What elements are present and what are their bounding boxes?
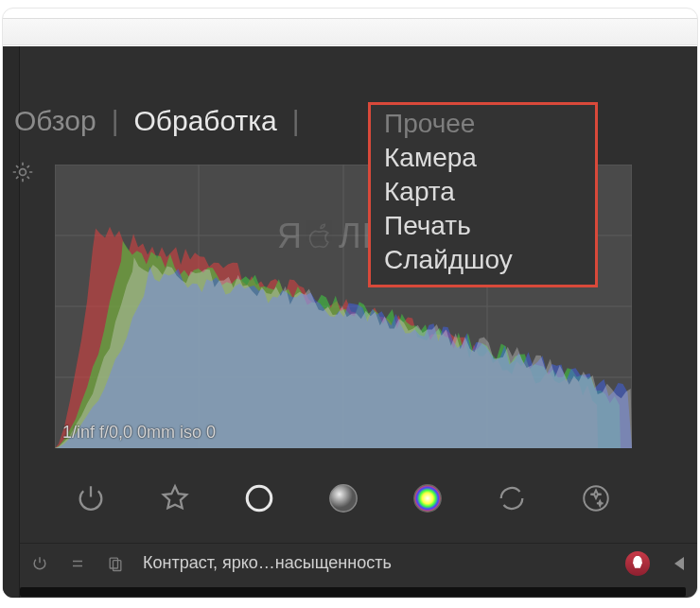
- app-dark-area: Обзор | Обработка |: [3, 46, 697, 599]
- dropdown-item-camera[interactable]: Камера: [371, 141, 595, 175]
- adjustment-title: Контраст, ярко…насыщенность: [143, 553, 392, 573]
- tab-separator: |: [112, 105, 119, 137]
- svg-point-13: [414, 485, 441, 512]
- exposure-icon[interactable]: [240, 479, 278, 517]
- mode-tabs: Обзор | Обработка |: [14, 105, 300, 137]
- copy-icon[interactable]: [105, 553, 126, 574]
- effects-icon[interactable]: [577, 479, 615, 517]
- tab-processing[interactable]: Обработка: [133, 105, 276, 137]
- refresh-icon[interactable]: [493, 479, 531, 517]
- dropdown-item-print[interactable]: Печать: [371, 209, 595, 243]
- svg-point-11: [247, 486, 271, 511]
- window-titlebar: [3, 19, 697, 45]
- svg-point-12: [330, 485, 357, 512]
- tab-overview[interactable]: Обзор: [14, 105, 96, 137]
- dropdown-header[interactable]: Прочее: [371, 107, 595, 141]
- svg-point-0: [20, 169, 26, 176]
- color-icon[interactable]: [409, 479, 446, 517]
- svg-rect-18: [114, 560, 121, 570]
- exposure-info-label: 1/inf f/0,0 0mm iso 0: [62, 423, 216, 443]
- window-region: Обзор | Обработка |: [3, 18, 697, 599]
- other-dropdown: Прочее Камера Карта Печать Слайдшоу: [368, 102, 598, 287]
- adjustment-bar: Контраст, ярко…насыщенность: [20, 543, 697, 582]
- svg-rect-17: [110, 558, 117, 568]
- tool-row: [55, 472, 632, 525]
- collapse-left-icon[interactable]: [674, 557, 684, 570]
- gear-icon[interactable]: [10, 160, 35, 188]
- power-small-icon[interactable]: [29, 553, 50, 574]
- power-icon[interactable]: [72, 479, 110, 517]
- dropdown-item-map[interactable]: Карта: [371, 175, 595, 209]
- footer-bar: [20, 587, 686, 597]
- hand-tool-icon[interactable]: [625, 551, 650, 576]
- equals-icon[interactable]: [67, 553, 88, 574]
- star-icon[interactable]: [156, 479, 194, 517]
- tab-separator: |: [292, 105, 300, 137]
- tone-icon[interactable]: [324, 479, 362, 517]
- dropdown-item-slideshow[interactable]: Слайдшоу: [371, 243, 595, 277]
- outer-frame: Обзор | Обработка |: [2, 8, 698, 599]
